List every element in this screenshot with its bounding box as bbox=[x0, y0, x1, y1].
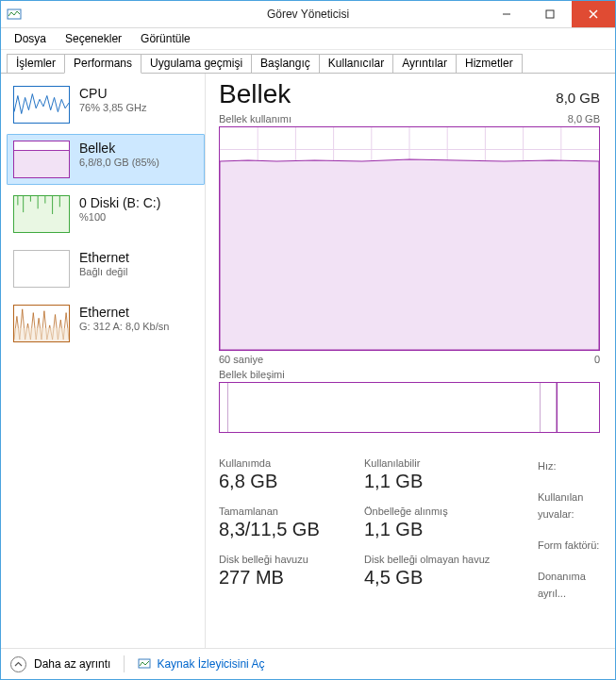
performance-sidebar: CPU 76% 3,85 GHz Bellek 6,8/8,0 GB (85%)… bbox=[1, 74, 206, 648]
tab-app-history[interactable]: Uygulama geçmişi bbox=[141, 54, 252, 73]
menu-options[interactable]: Seçenekler bbox=[56, 30, 131, 47]
minimize-button[interactable] bbox=[485, 1, 528, 27]
chart-xaxis-right: 0 bbox=[594, 354, 600, 365]
composition-segment bbox=[228, 383, 541, 432]
svg-rect-15 bbox=[14, 328, 69, 341]
chart-title: Bellek kullanımı bbox=[219, 113, 291, 124]
metric-paged-pool: Disk belleği havuzu 277 MB bbox=[219, 554, 341, 589]
composition-label: Bellek bileşimi bbox=[219, 369, 600, 380]
ethernet-thumb-icon bbox=[13, 250, 70, 288]
sidebar-item-cpu[interactable]: CPU 76% 3,85 GHz bbox=[7, 79, 205, 130]
sidebar-item-sub: 6,8/8,0 GB (85%) bbox=[79, 157, 159, 168]
separator bbox=[124, 655, 125, 672]
sidebar-item-sub: G: 312 A: 8,0 Kb/sn bbox=[79, 321, 169, 332]
memory-installed-total: 8,0 GB bbox=[556, 90, 600, 106]
sidebar-item-disk[interactable]: 0 Diski (B: C:) %100 bbox=[7, 189, 205, 240]
metric-nonpaged-pool: Disk belleği olmayan havuz 4,5 GB bbox=[364, 554, 515, 589]
disk-thumb-icon bbox=[13, 195, 70, 233]
tab-details[interactable]: Ayrıntılar bbox=[392, 54, 457, 73]
tab-startup[interactable]: Başlangıç bbox=[251, 54, 320, 73]
maximize-button[interactable] bbox=[528, 1, 572, 27]
fewer-details-button[interactable]: Daha az ayrıntı bbox=[10, 656, 110, 672]
footer-bar: Daha az ayrıntı Kaynak İzleyicisini Aç bbox=[1, 648, 615, 679]
memory-composition-bar bbox=[219, 382, 600, 433]
svg-rect-7 bbox=[14, 196, 69, 232]
svg-rect-5 bbox=[14, 151, 69, 178]
app-icon bbox=[1, 1, 27, 27]
chart-xaxis-left: 60 saniye bbox=[219, 354, 263, 365]
svg-rect-2 bbox=[546, 10, 554, 18]
tab-services[interactable]: Hizmetler bbox=[456, 54, 523, 73]
memory-panel: Bellek 8,0 GB Bellek kullanımı 8,0 GB bbox=[206, 74, 615, 648]
memory-hardware-info: Hız: Kullanılan yuvalar: Form faktörü: D… bbox=[538, 457, 600, 603]
sidebar-item-ethernet-1[interactable]: Ethernet G: 312 A: 8,0 Kb/sn bbox=[7, 298, 205, 349]
svg-marker-34 bbox=[220, 159, 599, 350]
window-controls bbox=[485, 1, 615, 27]
open-resource-monitor-link[interactable]: Kaynak İzleyicisini Aç bbox=[138, 657, 264, 671]
title-bar: Görev Yöneticisi bbox=[1, 1, 615, 28]
cpu-thumb-icon bbox=[13, 86, 70, 124]
close-button[interactable] bbox=[572, 1, 615, 27]
sidebar-item-label: Bellek bbox=[79, 141, 159, 156]
sidebar-item-label: Ethernet bbox=[79, 250, 129, 265]
memory-details: Kullanımda 6,8 GB Tamamlanan 8,3/11,5 GB… bbox=[219, 457, 600, 603]
composition-segment bbox=[541, 383, 557, 432]
metric-cached: Önbelleğe alınmış 1,1 GB bbox=[364, 506, 515, 540]
tab-bar: İşlemler Performans Uygulama geçmişi Baş… bbox=[1, 52, 615, 74]
chevron-up-icon bbox=[10, 656, 26, 672]
metric-in-use: Kullanımda 6,8 GB bbox=[219, 457, 341, 492]
menu-view[interactable]: Görüntüle bbox=[131, 30, 200, 47]
metric-available: Kullanılabilir 1,1 GB bbox=[364, 457, 515, 492]
menu-bar: Dosya Seçenekler Görüntüle bbox=[1, 28, 615, 50]
sidebar-item-label: CPU bbox=[79, 86, 147, 101]
tab-users[interactable]: Kullanıcılar bbox=[319, 54, 393, 73]
sidebar-item-label: Ethernet bbox=[79, 305, 169, 320]
menu-file[interactable]: Dosya bbox=[5, 30, 56, 47]
content-area: CPU 76% 3,85 GHz Bellek 6,8/8,0 GB (85%)… bbox=[1, 74, 615, 648]
chart-max-label: 8,0 GB bbox=[568, 113, 600, 124]
resource-monitor-icon bbox=[138, 657, 151, 671]
composition-segment bbox=[557, 383, 599, 432]
metric-committed: Tamamlanan 8,3/11,5 GB bbox=[219, 506, 341, 540]
sidebar-item-memory[interactable]: Bellek 6,8/8,0 GB (85%) bbox=[7, 134, 205, 185]
composition-segment bbox=[220, 383, 228, 432]
sidebar-item-sub: %100 bbox=[79, 211, 160, 223]
memory-thumb-icon bbox=[13, 141, 70, 178]
tab-processes[interactable]: İşlemler bbox=[7, 54, 65, 73]
tab-performance[interactable]: Performans bbox=[64, 54, 142, 74]
memory-usage-chart bbox=[219, 126, 600, 351]
sidebar-item-ethernet-0[interactable]: Ethernet Bağlı değil bbox=[7, 243, 205, 294]
sidebar-item-label: 0 Diski (B: C:) bbox=[79, 195, 160, 210]
page-title: Bellek bbox=[219, 79, 291, 109]
sidebar-item-sub: 76% 3,85 GHz bbox=[79, 102, 147, 113]
sidebar-item-sub: Bağlı değil bbox=[79, 266, 129, 277]
ethernet-thumb-icon bbox=[13, 305, 70, 342]
